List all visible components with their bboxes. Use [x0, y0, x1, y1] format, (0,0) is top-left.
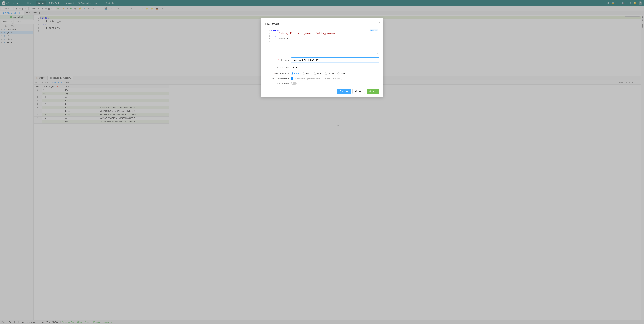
radio-json[interactable]: JSON	[325, 72, 334, 75]
bom-label: Add BOM Header	[265, 77, 291, 80]
file-name-input[interactable]	[291, 57, 379, 63]
radio-pdf[interactable]: PDF	[338, 72, 345, 75]
radio-dot-icon	[325, 72, 327, 75]
radio-dot-icon	[314, 72, 316, 75]
modal-title: File Export	[265, 23, 379, 26]
radio-dot-icon	[302, 72, 305, 75]
bom-hint: (mark UTF-8, prevent garbled code, first…	[295, 77, 342, 80]
mask-switch[interactable]	[291, 82, 296, 85]
resize-handle-icon[interactable]: ⤡	[377, 53, 378, 55]
modal-code-preview: zy-mysql 12345 select t.`Admin_id`,t.`Ad…	[265, 28, 379, 55]
radio-xls[interactable]: XLS	[314, 72, 321, 75]
submit-button[interactable]: Submit	[366, 89, 379, 94]
bom-checkbox[interactable]: ✓ (mark UTF-8, prevent garbled code, fir…	[291, 77, 342, 80]
checkbox-checked-icon: ✓	[291, 77, 294, 80]
radio-sql[interactable]: SQL	[302, 72, 310, 75]
export-method-radios: CSVSQLXLSJSONPDF	[291, 72, 345, 75]
file-name-label: *File Name	[265, 59, 291, 61]
code-badge: zy-mysql	[370, 29, 378, 31]
radio-dot-icon	[291, 72, 294, 75]
export-rows-input[interactable]	[291, 65, 379, 70]
modal-overlay: ✕ File Export zy-mysql 12345 select t.`A…	[0, 0, 644, 324]
preview-button[interactable]: Preview	[337, 89, 351, 94]
export-rows-label: Export Rows	[265, 66, 291, 69]
cancel-button[interactable]: Cancel	[352, 89, 365, 94]
modal-footer: Preview Cancel Submit	[265, 89, 379, 94]
mask-label: Export Mask	[265, 82, 291, 85]
radio-dot-icon	[338, 72, 340, 75]
modal-code-editor[interactable]: 12345 select t.`Admin_id`,t.`Admin_name`…	[265, 28, 379, 44]
export-method-label: *Export Method	[265, 72, 291, 75]
radio-csv[interactable]: CSV	[291, 72, 299, 75]
close-icon[interactable]: ✕	[378, 21, 381, 24]
file-export-modal: ✕ File Export zy-mysql 12345 select t.`A…	[260, 19, 384, 97]
